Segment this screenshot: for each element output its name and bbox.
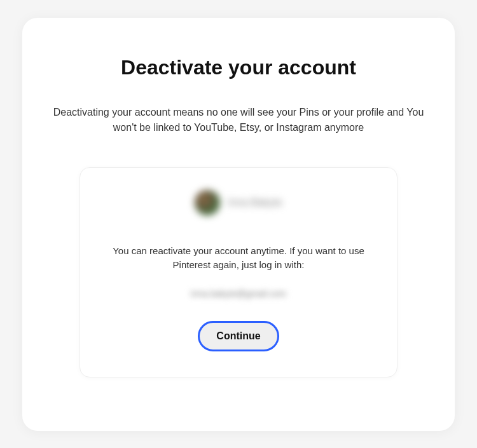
reactivate-text: You can reactivate your account anytime.… [105,244,372,273]
account-info-card: Irma Bakyte You can reactivate your acco… [80,167,398,377]
username: Irma Bakyte [228,197,282,208]
deactivate-modal: Deactivate your account Deactivating you… [22,18,455,431]
account-email: irma.bakyte@gmail.com [191,288,286,299]
continue-button[interactable]: Continue [198,321,279,351]
profile-row: Irma Bakyte [195,190,282,215]
avatar [195,190,220,215]
modal-title: Deactivate your account [121,56,356,79]
modal-description: Deactivating your account means no one w… [48,105,429,135]
